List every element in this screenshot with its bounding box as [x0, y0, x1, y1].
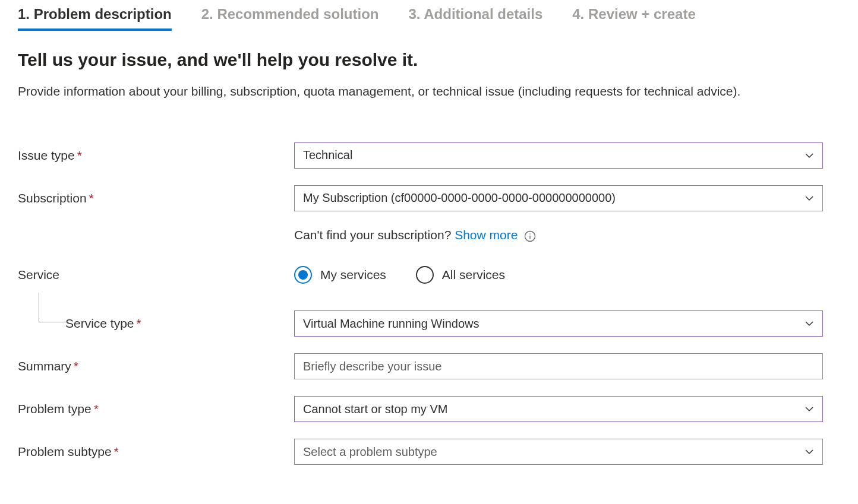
subscription-label: Subscription* — [18, 191, 294, 205]
issue-type-dropdown[interactable]: Technical — [294, 142, 823, 169]
chevron-down-icon — [805, 404, 814, 414]
page-subheading: Provide information about your billing, … — [18, 82, 838, 101]
radio-my-services[interactable]: My services — [294, 266, 386, 284]
subscription-dropdown[interactable]: My Subscription (cf00000-0000-0000-0000-… — [294, 185, 823, 211]
problem-type-dropdown[interactable]: Cannot start or stop my VM — [294, 396, 823, 422]
chevron-down-icon — [805, 447, 814, 457]
tree-connector-icon — [39, 293, 68, 322]
required-marker: * — [77, 148, 82, 162]
required-marker: * — [137, 316, 141, 330]
required-marker: * — [114, 445, 119, 458]
info-icon[interactable] — [524, 230, 536, 242]
chevron-down-icon — [805, 194, 814, 203]
problem-subtype-label: Problem subtype* — [18, 445, 294, 459]
radio-button-icon — [294, 266, 312, 284]
required-marker: * — [94, 402, 99, 416]
service-type-label: Service type* — [18, 316, 294, 331]
wizard-tabs: 1. Problem description 2. Recommended so… — [18, 6, 840, 31]
chevron-down-icon — [805, 151, 814, 160]
radio-all-services[interactable]: All services — [416, 266, 505, 284]
issue-type-label: Issue type* — [18, 148, 294, 163]
tab-review-create[interactable]: 4. Review + create — [572, 6, 695, 31]
service-label: Service — [18, 268, 294, 282]
subscription-helper-text: Can't find your subscription? — [294, 228, 455, 242]
svg-point-1 — [529, 233, 531, 234]
service-type-dropdown[interactable]: Virtual Machine running Windows — [294, 310, 823, 337]
service-radio-group: My services All services — [294, 266, 823, 284]
show-more-link[interactable]: Show more — [455, 228, 518, 242]
tab-additional-details[interactable]: 3. Additional details — [408, 6, 542, 31]
problem-type-label: Problem type* — [18, 402, 294, 416]
problem-subtype-dropdown[interactable]: Select a problem subtype — [294, 439, 823, 465]
tab-recommended-solution[interactable]: 2. Recommended solution — [201, 6, 379, 31]
summary-input[interactable] — [294, 353, 823, 379]
required-marker: * — [74, 359, 78, 373]
required-marker: * — [89, 191, 94, 205]
chevron-down-icon — [805, 319, 814, 328]
tab-problem-description[interactable]: 1. Problem description — [18, 6, 172, 31]
radio-button-icon — [416, 266, 434, 284]
summary-label: Summary* — [18, 359, 294, 373]
page-heading: Tell us your issue, and we'll help you r… — [18, 50, 840, 70]
